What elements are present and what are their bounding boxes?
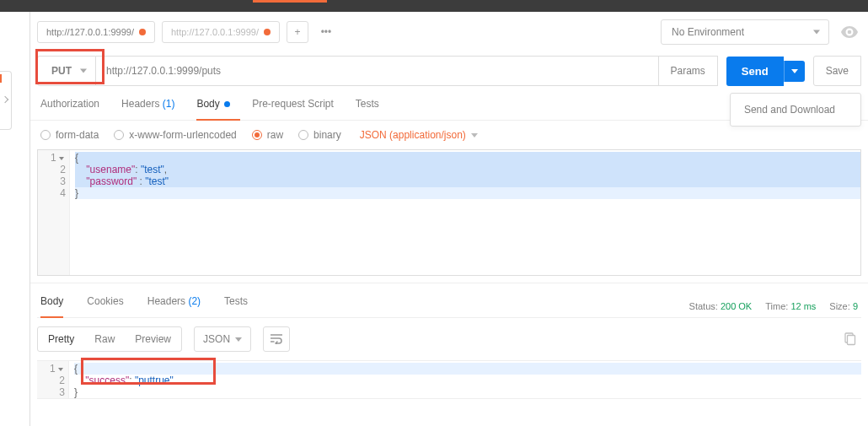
environment-quicklook-button[interactable] bbox=[838, 19, 861, 45]
chevron-down-icon bbox=[813, 30, 820, 35]
code-area[interactable]: { "usename": "test", "password" : "test"… bbox=[70, 150, 860, 275]
method-label: PUT bbox=[51, 65, 72, 77]
tab-label: http://127.0.0.1:9999/ bbox=[171, 27, 259, 37]
tab-headers[interactable]: Headers (1) bbox=[121, 98, 174, 120]
tab-body-label: Body bbox=[196, 98, 219, 110]
save-button[interactable]: Save bbox=[813, 56, 861, 86]
request-body-editor[interactable]: 1 2 3 4 { "usename": "test", "password" … bbox=[37, 149, 861, 276]
radio-xwww[interactable]: x-www-form-urlencoded bbox=[114, 129, 236, 141]
send-button[interactable]: Send bbox=[726, 57, 784, 86]
seg-pretty[interactable]: Pretty bbox=[38, 327, 84, 351]
seg-preview[interactable]: Preview bbox=[125, 327, 181, 351]
tab-bar: http://127.0.0.1:9999/ http://127.0.0.1:… bbox=[30, 12, 868, 47]
modified-dot-icon bbox=[139, 29, 146, 35]
copy-response-button[interactable] bbox=[838, 327, 861, 351]
http-method-select[interactable]: PUT bbox=[37, 56, 96, 86]
wrap-toggle-button[interactable] bbox=[263, 326, 290, 352]
svg-point-0 bbox=[848, 30, 852, 35]
params-button[interactable]: Params bbox=[659, 56, 718, 86]
resp-tab-headers[interactable]: Headers (2) bbox=[147, 295, 201, 317]
tab-prerequest[interactable]: Pre-request Script bbox=[252, 98, 334, 120]
line-gutter: 1 2 3 4 bbox=[38, 150, 70, 275]
radio-raw[interactable]: raw bbox=[252, 129, 283, 141]
send-dropdown-button[interactable] bbox=[784, 61, 805, 82]
response-toolbar: Pretty Raw Preview JSON bbox=[37, 318, 861, 360]
modified-dot-icon bbox=[264, 29, 271, 35]
left-rail bbox=[0, 12, 30, 426]
resp-tab-body[interactable]: Body bbox=[40, 295, 63, 317]
tab-menu-button[interactable]: ••• bbox=[315, 21, 337, 43]
response-body-editor[interactable]: 1 2 3 { "success": "puttrue" } bbox=[37, 360, 861, 399]
body-indicator-icon bbox=[224, 101, 230, 107]
view-mode-segment[interactable]: Pretty Raw Preview bbox=[37, 326, 182, 352]
response-meta: Status: 200 OK Time: 12 ms Size: 9 bbox=[689, 301, 858, 311]
tab-body[interactable]: Body bbox=[196, 98, 230, 120]
chevron-down-icon bbox=[471, 133, 478, 138]
tab-label: http://127.0.0.1:9999/ bbox=[46, 27, 134, 37]
chevron-down-icon bbox=[80, 69, 87, 73]
chevron-down-icon bbox=[235, 337, 242, 342]
tab-tests[interactable]: Tests bbox=[356, 98, 379, 120]
request-tab-1[interactable]: http://127.0.0.1:9999/ bbox=[37, 21, 155, 43]
chevron-down-icon bbox=[791, 69, 798, 73]
content-type-select[interactable]: JSON (application/json) bbox=[360, 129, 478, 141]
send-dropdown-menu[interactable]: Send and Download bbox=[730, 93, 861, 127]
new-tab-button[interactable]: + bbox=[287, 21, 308, 43]
line-gutter: 1 2 3 bbox=[37, 361, 69, 398]
svg-rect-2 bbox=[848, 336, 855, 345]
radio-form-data[interactable]: form-data bbox=[40, 129, 99, 141]
request-tab-2[interactable]: http://127.0.0.1:9999/ bbox=[162, 21, 280, 43]
seg-raw[interactable]: Raw bbox=[84, 327, 125, 351]
environment-select[interactable]: No Environment bbox=[661, 19, 829, 45]
tab-headers-label: Headers bbox=[121, 98, 159, 110]
headers-count: (1) bbox=[163, 98, 175, 110]
active-indicator bbox=[253, 0, 327, 3]
tab-authorization[interactable]: Authorization bbox=[40, 98, 99, 120]
response-format-select[interactable]: JSON bbox=[194, 326, 251, 352]
resp-tab-cookies[interactable]: Cookies bbox=[87, 295, 123, 317]
request-url-input[interactable] bbox=[96, 56, 659, 86]
app-titlebar bbox=[0, 0, 868, 12]
resp-tab-tests[interactable]: Tests bbox=[224, 295, 248, 317]
send-and-download-item[interactable]: Send and Download bbox=[744, 104, 835, 116]
request-row: PUT Params Send Save Send and Download bbox=[30, 47, 868, 86]
content-type-label: JSON (application/json) bbox=[360, 129, 466, 141]
code-area[interactable]: { "success": "puttrue" } bbox=[69, 361, 861, 398]
environment-label: No Environment bbox=[672, 26, 744, 38]
radio-binary[interactable]: binary bbox=[298, 129, 341, 141]
rail-collapse-handle[interactable] bbox=[0, 71, 12, 130]
response-tabs: Body Cookies Headers (2) Tests Status: 2… bbox=[37, 283, 861, 318]
